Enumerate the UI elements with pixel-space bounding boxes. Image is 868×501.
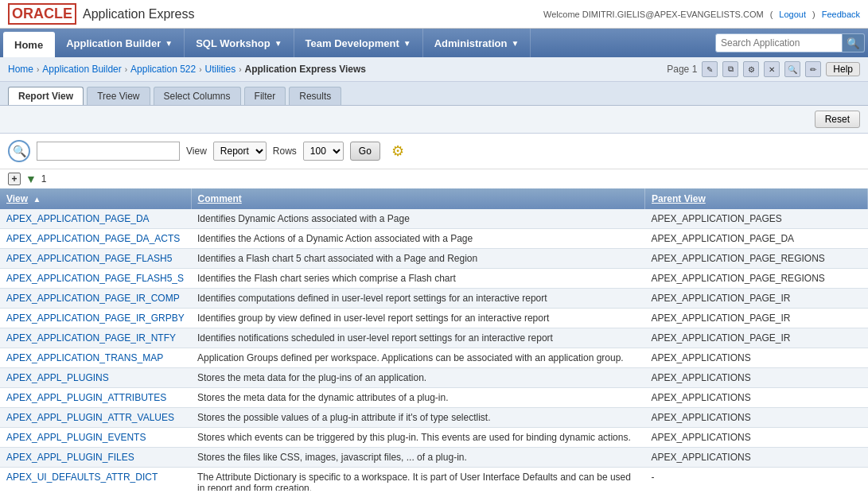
cell-parent-view: APEX_APPLICATION_PAGES [645, 209, 868, 229]
cell-parent-view: APEX_APPLICATION_PAGE_IR [645, 328, 868, 348]
tab-report-view[interactable]: Report View [8, 87, 84, 105]
cell-comment: Stores which events can be triggered by … [191, 428, 645, 448]
table-row: APEX_APPLICATION_PAGE_DAIdentifies Dynam… [0, 209, 868, 229]
breadcrumb-right: Page 1 ✎ ⧉ ⚙ ✕ 🔍 ✏ Help [667, 61, 860, 77]
search-small-icon[interactable]: 🔍 [784, 61, 800, 77]
cell-comment: The Attribute Dictionary is specific to … [191, 468, 645, 491]
table-row: APEX_APPLICATION_PAGE_FLASH5Identifies a… [0, 249, 868, 269]
page-label: Page 1 [667, 64, 697, 75]
nav-home[interactable]: Home [3, 32, 55, 57]
cell-comment: Application Groups defined per workspace… [191, 348, 645, 368]
rows-select-wrapper[interactable]: 100 50 25 10 [303, 142, 344, 161]
view-link[interactable]: APEX_APPL_PLUGIN_ATTR_VALUES [6, 412, 174, 423]
cell-view: APEX_APPLICATION_PAGE_FLASH5 [0, 249, 191, 269]
filter-count-bar: + ▼ 1 [0, 169, 868, 188]
settings-icon[interactable]: ⚙ [743, 61, 759, 77]
cell-view: APEX_APPLICATION_PAGE_DA [0, 209, 191, 229]
filter-bar: 🔍 View Report Detail Rows 100 50 25 10 G… [0, 134, 868, 169]
view-link[interactable]: APEX_APPL_PLUGIN_EVENTS [6, 432, 146, 443]
reset-button[interactable]: Reset [815, 111, 860, 128]
view-link[interactable]: APEX_APPLICATION_TRANS_MAP [6, 352, 163, 363]
view-link[interactable]: APEX_APPLICATION_PAGE_IR_NTFY [6, 332, 176, 344]
breadcrumb-utilities[interactable]: Utilities [205, 64, 236, 75]
help-button[interactable]: Help [826, 62, 860, 76]
table-row: APEX_APPLICATION_PAGE_DA_ACTSIdentifies … [0, 229, 868, 249]
view-link[interactable]: APEX_APPL_PLUGINS [6, 372, 109, 383]
add-filter-button[interactable]: + [8, 173, 21, 185]
breadcrumb-left: Home › Application Builder › Application… [8, 64, 366, 75]
col-header-comment[interactable]: Comment [191, 188, 645, 209]
col-sort-view[interactable]: View [6, 193, 28, 204]
cell-view: APEX_APPL_PLUGIN_ATTR_VALUES [0, 408, 191, 428]
cell-comment: Identifies Dynamic Actions associated wi… [191, 209, 645, 229]
cell-view: APEX_UI_DEFAULTS_ATTR_DICT [0, 468, 191, 491]
view-link[interactable]: APEX_APPLICATION_PAGE_DA [6, 213, 150, 224]
cell-parent-view: APEX_APPLICATIONS [645, 428, 868, 448]
breadcrumb-arrow-1: › [37, 65, 39, 74]
copy-icon[interactable]: ⧉ [722, 61, 738, 77]
rows-select[interactable]: 100 50 25 10 [304, 142, 343, 160]
breadcrumb-app-522[interactable]: Application 522 [130, 64, 196, 75]
breadcrumb-arrow-4: › [239, 65, 241, 74]
table-row: APEX_APPL_PLUGIN_EVENTSStores which even… [0, 428, 868, 448]
col-sort-parent[interactable]: Parent View [652, 193, 706, 204]
view-link[interactable]: APEX_APPLICATION_PAGE_FLASH5 [6, 253, 172, 264]
tab-select-columns[interactable]: Select Columns [154, 87, 241, 105]
view-link[interactable]: APEX_APPLICATION_PAGE_IR_GRPBY [6, 313, 185, 324]
nav-sql-workshop[interactable]: SQL Workshop ▼ [185, 29, 294, 57]
nav-app-builder[interactable]: Application Builder ▼ [55, 29, 185, 57]
cell-parent-view: APEX_APPLICATION_PAGE_DA [645, 229, 868, 249]
cell-parent-view: APEX_APPLICATION_PAGE_IR [645, 309, 868, 328]
breadcrumb-arrow-3: › [199, 65, 201, 74]
col-header-view[interactable]: View ▲ [0, 188, 191, 209]
view-link[interactable]: APEX_APPL_PLUGIN_ATTRIBUTES [6, 392, 166, 403]
view-select-wrapper[interactable]: Report Detail [213, 142, 267, 161]
logout-link[interactable]: Logout [779, 10, 806, 19]
view-label: View [186, 146, 207, 157]
cell-parent-view: APEX_APPLICATIONS [645, 388, 868, 408]
feedback-link[interactable]: Feedback [822, 10, 860, 19]
view-link[interactable]: APEX_UI_DEFAULTS_ATTR_DICT [6, 472, 158, 483]
cell-parent-view: APEX_APPLICATIONS [645, 348, 868, 368]
table-row: APEX_APPL_PLUGIN_ATTRIBUTESStores the me… [0, 388, 868, 408]
view-link[interactable]: APEX_APPLICATION_PAGE_DA_ACTS [6, 233, 180, 244]
filter-icon: ▼ [25, 173, 37, 185]
cell-comment: Stores the possible values of a plug-in … [191, 408, 645, 428]
oracle-logo-text: ORACLE [12, 6, 72, 22]
search-circle-icon: 🔍 [8, 140, 30, 162]
search-button[interactable]: 🔍 [843, 33, 865, 52]
breadcrumb-app-builder[interactable]: Application Builder [42, 64, 121, 75]
cell-comment: Identifies a Flash chart 5 chart associa… [191, 249, 645, 269]
view-link[interactable]: APEX_APPL_PLUGIN_FILES [6, 452, 134, 463]
filter-text-input[interactable] [37, 142, 180, 161]
bookmark-icon[interactable]: ✏ [805, 61, 821, 77]
edit-icon[interactable]: ✎ [702, 61, 718, 77]
breadcrumb-home[interactable]: Home [8, 64, 33, 75]
search-input[interactable] [715, 33, 843, 52]
tab-tree-view[interactable]: Tree View [87, 87, 150, 105]
tab-filter[interactable]: Filter [244, 87, 286, 105]
top-bar: ORACLE Application Express Welcome DIMIT… [0, 0, 868, 29]
cell-view: APEX_APPLICATION_PAGE_IR_COMP [0, 289, 191, 309]
cell-view: APEX_APPLICATION_PAGE_IR_NTFY [0, 328, 191, 348]
view-link[interactable]: APEX_APPLICATION_PAGE_FLASH5_S [6, 273, 184, 284]
admin-arrow-icon: ▼ [511, 39, 519, 48]
col-sort-comment[interactable]: Comment [198, 193, 242, 204]
nav-administration[interactable]: Administration ▼ [423, 29, 531, 57]
go-button[interactable]: Go [350, 142, 380, 161]
tab-results[interactable]: Results [289, 87, 341, 105]
view-select[interactable]: Report Detail [214, 142, 266, 160]
cell-view: APEX_APPL_PLUGIN_EVENTS [0, 428, 191, 448]
view-link[interactable]: APEX_APPLICATION_PAGE_IR_COMP [6, 293, 180, 304]
nav-team-development[interactable]: Team Development ▼ [294, 29, 423, 57]
cell-view: APEX_APPLICATION_TRANS_MAP [0, 348, 191, 368]
sort-arrow-icon: ▲ [33, 195, 41, 204]
table-container: View ▲ Comment Parent View APEX_APPLICAT… [0, 188, 868, 491]
delete-icon[interactable]: ✕ [764, 61, 780, 77]
paren-open: ( [770, 10, 773, 19]
cell-comment: Identifies notifications scheduled in us… [191, 328, 645, 348]
col-header-parent[interactable]: Parent View [645, 188, 868, 209]
search-box-wrapper: 🔍 [715, 29, 865, 57]
cell-comment: Identifies group by view defined in user… [191, 309, 645, 328]
gear-icon[interactable]: ⚙ [387, 140, 409, 162]
